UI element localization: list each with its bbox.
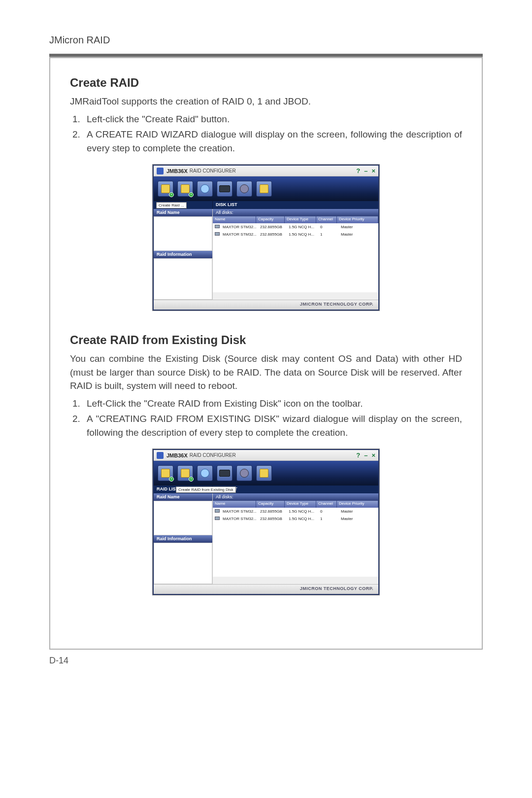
table-row[interactable]: MAXTOR STM32... 232.8855GB 1.5G NCQ H...… — [213, 231, 378, 238]
cell-channel: 1 — [318, 517, 339, 521]
steps-list: Left-click the "Create Raid" button. A C… — [70, 112, 462, 155]
raid-name-header: Raid Name — [154, 493, 212, 501]
steps-list: Left-Click the "Create RAID from Existin… — [70, 397, 462, 440]
create-raid-from-existing-button[interactable]: + — [177, 181, 193, 197]
intro-text: You can combine the Existing Disk (Sourc… — [70, 352, 462, 393]
disk-list-header: DISK LIST — [213, 486, 378, 493]
cell-name: MAXTOR STM32... — [221, 232, 258, 237]
disk-columns: Name Capacity Device Type Channel Device… — [213, 216, 378, 223]
step-item: A "CREATING RAID FROM EXISTING DISK" wiz… — [83, 412, 462, 439]
cell-name: MAXTOR STM32... — [221, 225, 258, 229]
disk-icon — [215, 517, 220, 520]
window-title: JMB36X — [166, 452, 188, 458]
col-name[interactable]: Name — [213, 216, 256, 223]
create-raid-button[interactable]: + — [158, 465, 173, 481]
cell-priority: Master — [339, 232, 378, 237]
raid-name-header: Raid Name — [154, 209, 212, 216]
cell-capacity: 232.8855GB — [258, 225, 287, 229]
tooltip: Create Raid ... — [156, 202, 187, 208]
cell-capacity: 232.8855GB — [258, 509, 287, 514]
cell-type: 1.5G NCQ H... — [287, 225, 318, 229]
toolbar-button[interactable] — [256, 181, 272, 197]
disk-columns: Name Capacity Device Type Channel Device… — [213, 501, 378, 508]
page-footer: D-14 — [49, 656, 483, 666]
table-row[interactable]: MAXTOR STM32... 232.8855GB 1.5G NCQ H...… — [213, 223, 378, 231]
close-button[interactable]: × — [371, 167, 375, 174]
create-raid-from-existing-button[interactable]: + Create RAID from Existing Disk — [177, 465, 193, 481]
toolbar-button[interactable] — [197, 181, 213, 197]
section-title-create-raid-existing: Create RAID from Existing Disk — [70, 333, 462, 347]
table-row[interactable]: MAXTOR STM32... 232.8855GB 1.5G NCQ H...… — [213, 515, 378, 522]
step-item: Left-click the "Create Raid" button. — [83, 112, 462, 126]
cell-type: 1.5G NCQ H... — [287, 509, 318, 514]
tooltip: Create RAID from Existing Disk — [176, 486, 236, 493]
col-capacity[interactable]: Capacity — [256, 216, 285, 223]
step-item: A CREATE RAID WIZARD dialogue will displ… — [83, 128, 462, 155]
col-channel[interactable]: Channel — [316, 216, 337, 223]
minimize-button[interactable]: – — [364, 167, 367, 174]
toolbar-button[interactable] — [217, 181, 233, 197]
section-title-create-raid: Create RAID — [70, 76, 462, 90]
cell-priority: Master — [339, 517, 378, 521]
cell-channel: 0 — [318, 225, 339, 229]
app-icon — [157, 168, 164, 174]
raid-info-header: Raid Information — [154, 535, 212, 543]
status-bar: JMICRON TECHNOLOGY CORP. — [154, 584, 378, 594]
disk-icon — [215, 232, 220, 236]
col-priority[interactable]: Device Priority — [337, 216, 378, 223]
disk-table-body[interactable]: MAXTOR STM32... 232.8855GB 1.5G NCQ H...… — [213, 508, 378, 577]
all-disks-header: All disks: — [213, 493, 378, 501]
intro-text: JMRaidTool supports the creation of RAID… — [70, 95, 462, 108]
titlebar: JMB36X RAID CONFIGURER ? – × — [154, 450, 378, 461]
status-bar: JMICRON TECHNOLOGY CORP. — [154, 300, 378, 310]
cell-type: 1.5G NCQ H... — [287, 517, 318, 521]
help-button[interactable]: ? — [356, 167, 360, 174]
window-subtitle: RAID CONFIGURER — [190, 452, 236, 458]
all-disks-header: All disks: — [213, 209, 378, 216]
cell-capacity: 232.8855GB — [258, 232, 287, 237]
app-icon — [157, 452, 164, 459]
content-frame: Create RAID JMRaidTool supports the crea… — [49, 58, 483, 650]
col-device-type[interactable]: Device Type — [285, 501, 316, 508]
step-item: Left-Click the "Create RAID from Existin… — [83, 397, 462, 411]
cell-priority: Master — [339, 509, 378, 514]
cell-channel: 0 — [318, 509, 339, 514]
toolbar-button[interactable] — [236, 465, 252, 481]
cell-type: 1.5G NCQ H... — [287, 232, 318, 237]
col-channel[interactable]: Channel — [316, 501, 337, 508]
window-subtitle: RAID CONFIGURER — [190, 168, 236, 173]
raid-configurer-window: JMB36X RAID CONFIGURER ? – × + Create Ra… — [153, 165, 379, 311]
col-priority[interactable]: Device Priority — [337, 501, 378, 508]
toolbar: + + Create RAID from Existing Disk — [154, 461, 378, 486]
close-button[interactable]: × — [371, 451, 375, 459]
raid-name-list[interactable] — [154, 216, 212, 251]
cell-channel: 1 — [318, 232, 339, 237]
cell-name: MAXTOR STM32... — [221, 509, 258, 514]
table-row[interactable]: MAXTOR STM32... 232.8855GB 1.5G NCQ H...… — [213, 508, 378, 515]
titlebar: JMB36X RAID CONFIGURER ? – × — [154, 166, 378, 176]
toolbar-button[interactable] — [217, 465, 233, 481]
toolbar-button[interactable] — [197, 465, 213, 481]
cell-name: MAXTOR STM32... — [221, 517, 258, 521]
raid-info-header: Raid Information — [154, 251, 212, 258]
toolbar-button[interactable] — [236, 181, 252, 197]
help-button[interactable]: ? — [356, 451, 360, 459]
raid-info-panel — [154, 543, 212, 584]
create-raid-button[interactable]: + Create Raid ... — [158, 181, 173, 197]
toolbar-button[interactable] — [256, 465, 272, 481]
minimize-button[interactable]: – — [364, 451, 367, 459]
col-device-type[interactable]: Device Type — [285, 216, 316, 223]
window-title: JMB36X — [166, 168, 188, 174]
col-capacity[interactable]: Capacity — [256, 501, 285, 508]
page-header: JMicron RAID — [49, 35, 483, 46]
cell-priority: Master — [339, 225, 378, 229]
raid-info-panel — [154, 258, 212, 300]
raid-name-list[interactable] — [154, 501, 212, 535]
toolbar: + Create Raid ... + — [154, 176, 378, 201]
disk-icon — [215, 225, 220, 228]
disk-list-header: DISK LIST — [213, 201, 378, 209]
disk-table-body[interactable]: MAXTOR STM32... 232.8855GB 1.5G NCQ H...… — [213, 223, 378, 292]
col-name[interactable]: Name — [213, 501, 256, 508]
raid-configurer-window: JMB36X RAID CONFIGURER ? – × + + Create … — [153, 449, 379, 595]
cell-capacity: 232.8855GB — [258, 517, 287, 521]
